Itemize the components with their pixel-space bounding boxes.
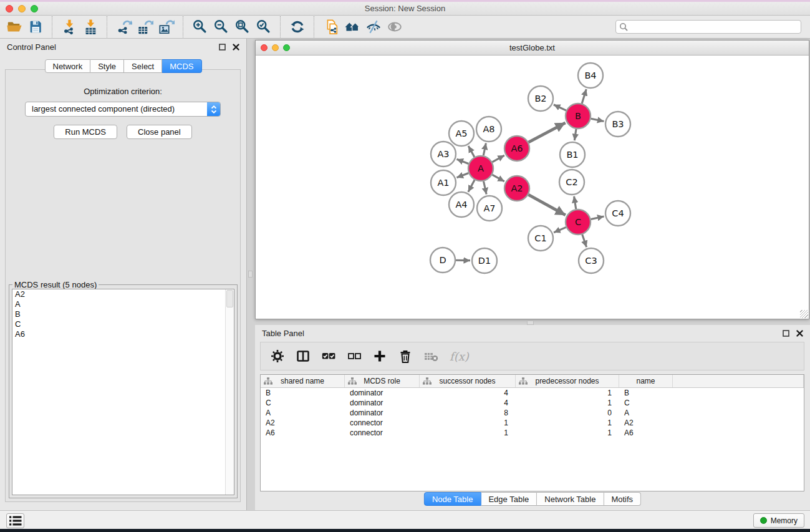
gear-button[interactable] (269, 348, 286, 364)
graph-node-B1[interactable]: B1 (560, 142, 585, 167)
column-header-mcds-role[interactable]: MCDS role (345, 375, 420, 387)
result-item[interactable]: A (12, 299, 234, 309)
graph-node-D1[interactable]: D1 (472, 248, 497, 273)
result-item[interactable]: A6 (12, 329, 234, 339)
tab-motifs[interactable]: Motifs (604, 492, 641, 506)
graph-edge-A2-C[interactable] (528, 195, 565, 215)
graph-edge-B-B4[interactable] (582, 89, 586, 104)
minimize-window-button[interactable] (18, 5, 26, 12)
table-row[interactable]: Cdominator41C (261, 398, 804, 408)
column-header-successor-nodes[interactable]: successor nodes (420, 375, 516, 387)
graph-edge-B-B1[interactable] (574, 129, 576, 140)
network-close-button[interactable] (261, 44, 268, 51)
unselect-all-button[interactable] (346, 348, 362, 364)
table-row[interactable]: A6connector11A6 (261, 428, 804, 438)
close-window-button[interactable] (6, 5, 13, 12)
table-row[interactable]: Adominator80A (261, 408, 804, 418)
open-folder-button[interactable] (4, 17, 25, 36)
import-table-button[interactable] (80, 17, 101, 36)
graph-node-A2[interactable]: A2 (504, 176, 529, 201)
zoom-in-button[interactable] (190, 17, 211, 36)
graph-node-A5[interactable]: A5 (449, 121, 474, 146)
maximize-window-button[interactable] (31, 5, 38, 12)
split-grip-vertical[interactable] (248, 271, 253, 278)
graph-edge-A6-B[interactable] (529, 123, 566, 142)
graph-edge-A-A2[interactable] (492, 175, 504, 181)
task-history-button[interactable] (6, 513, 24, 528)
export-image-button[interactable] (156, 17, 177, 36)
graph-edge-A-A8[interactable] (483, 143, 486, 156)
import-network-button[interactable] (59, 17, 80, 36)
graph-edge-C-C2[interactable] (574, 196, 576, 210)
split-grip-horizontal[interactable] (527, 321, 534, 325)
window-resize-grip[interactable] (800, 310, 808, 318)
table-row[interactable]: A2connector11A2 (261, 418, 804, 428)
refresh-button[interactable] (287, 17, 308, 36)
network-maximize-button[interactable] (283, 44, 290, 51)
graph-edge-A-A3[interactable] (456, 159, 468, 163)
graph-edge-C-C1[interactable] (554, 227, 566, 233)
graph-edge-B-B2[interactable] (554, 105, 566, 110)
add-button[interactable] (372, 348, 388, 364)
graph-edge-C-C3[interactable] (582, 235, 587, 247)
graph-node-A8[interactable]: A8 (476, 117, 501, 142)
select-all-button[interactable] (321, 348, 337, 364)
graph-edge-A-A1[interactable] (456, 173, 468, 178)
graph-edge-A-A4[interactable] (468, 180, 475, 192)
criterion-dropdown[interactable]: largest connected component (directed) (25, 102, 221, 117)
export-table-button[interactable] (135, 17, 156, 36)
result-scrollbar[interactable] (225, 289, 234, 495)
function-builder-button[interactable]: f(x) (450, 350, 469, 363)
tab-network[interactable]: Network (44, 59, 90, 73)
close-table-panel-icon[interactable] (796, 330, 803, 337)
tab-style[interactable]: Style (90, 59, 124, 73)
network-minimize-button[interactable] (272, 44, 279, 51)
run-mcds-button[interactable]: Run MCDS (54, 125, 117, 139)
graph-node-B[interactable]: B (566, 104, 591, 128)
tab-mcds[interactable]: MCDS (162, 59, 201, 73)
graph-node-C[interactable]: C (566, 210, 591, 235)
columns-button[interactable] (295, 348, 311, 364)
column-header-shared-name[interactable]: shared name (261, 375, 345, 387)
result-item[interactable]: A2 (12, 289, 234, 299)
float-panel-icon[interactable] (219, 44, 226, 51)
graph-edge-C-C4[interactable] (591, 216, 604, 220)
graph-node-B4[interactable]: B4 (578, 63, 603, 88)
graph-node-A1[interactable]: A1 (431, 170, 456, 195)
tab-select[interactable]: Select (124, 59, 162, 73)
show-eye-button[interactable] (384, 17, 405, 36)
graph-node-B2[interactable]: B2 (528, 86, 553, 111)
close-panel-button[interactable]: Close panel (127, 125, 192, 139)
graph-node-A7[interactable]: A7 (477, 196, 502, 221)
graph-edge-A-A5[interactable] (468, 146, 475, 157)
graph-node-A[interactable]: A (468, 156, 493, 181)
network-canvas[interactable]: B4B2BB3A8A5A6A3B1AA1C2A2A4A7C4CC1DD1C3 (256, 56, 809, 319)
graph-node-B3[interactable]: B3 (605, 112, 630, 137)
graph-node-C4[interactable]: C4 (605, 201, 630, 226)
graph-edge-B-B3[interactable] (591, 118, 604, 121)
column-header-name[interactable]: name (619, 375, 673, 387)
graph-node-A4[interactable]: A4 (449, 192, 474, 217)
zoom-selected-button[interactable] (253, 17, 274, 36)
export-network-button[interactable] (113, 17, 135, 36)
hide-eye-button[interactable] (363, 17, 384, 36)
column-header-predecessor-nodes[interactable]: predecessor nodes (516, 375, 619, 387)
graph-node-D[interactable]: D (430, 248, 455, 273)
home-button[interactable] (342, 17, 363, 36)
graph-node-C1[interactable]: C1 (528, 226, 553, 251)
zoom-fit-button[interactable] (232, 17, 253, 36)
table-row[interactable]: Bdominator41B (261, 388, 804, 398)
tab-node-table[interactable]: Node Table (424, 492, 481, 506)
save-button[interactable] (25, 17, 46, 36)
result-item[interactable]: B (12, 309, 234, 319)
trash-button[interactable] (397, 348, 413, 364)
mcds-result-list[interactable]: A2ABCA6 (12, 289, 234, 495)
delete-table-button[interactable] (423, 348, 439, 364)
graph-node-C3[interactable]: C3 (579, 248, 604, 273)
float-table-panel-icon[interactable] (783, 330, 789, 337)
memory-button[interactable]: Memory (753, 513, 804, 528)
close-panel-icon[interactable] (233, 44, 239, 51)
graph-node-C2[interactable]: C2 (559, 170, 584, 195)
tab-network-table[interactable]: Network Table (537, 492, 604, 506)
tab-edge-table[interactable]: Edge Table (481, 492, 537, 506)
